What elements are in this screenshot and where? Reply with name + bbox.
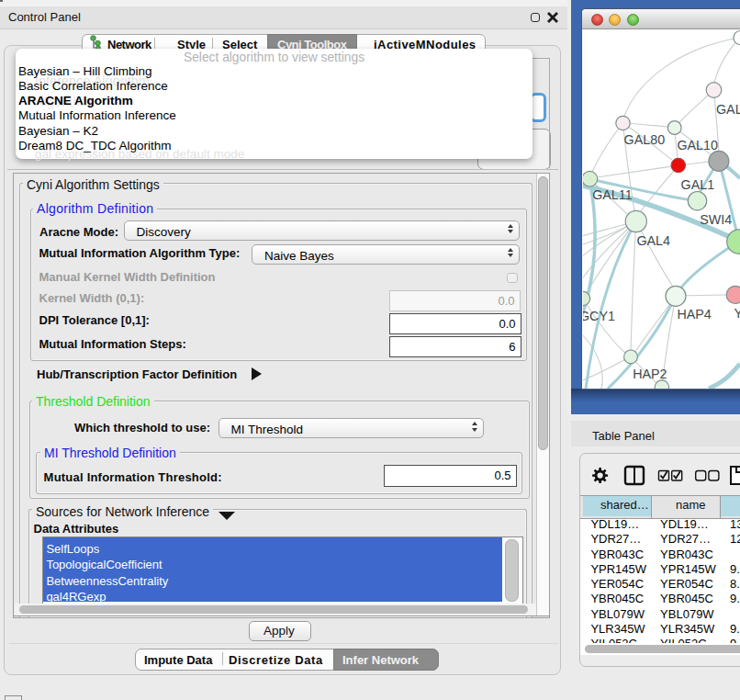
svg-text:GAL4: GAL4 <box>636 233 670 248</box>
svg-text:GAL80: GAL80 <box>624 132 666 147</box>
svg-text:GCY1: GCY1 <box>583 309 615 323</box>
svg-text:HAP2: HAP2 <box>633 367 667 381</box>
svg-text:GAL8: GAL8 <box>716 102 740 117</box>
svg-text:HAP4: HAP4 <box>677 307 711 322</box>
svg-text:SWI4: SWI4 <box>700 212 732 227</box>
svg-text:GAL10: GAL10 <box>677 138 718 152</box>
svg-text:YM: YM <box>734 306 740 321</box>
svg-text:GAL1: GAL1 <box>681 177 715 192</box>
svg-text:GAL11: GAL11 <box>592 187 632 202</box>
